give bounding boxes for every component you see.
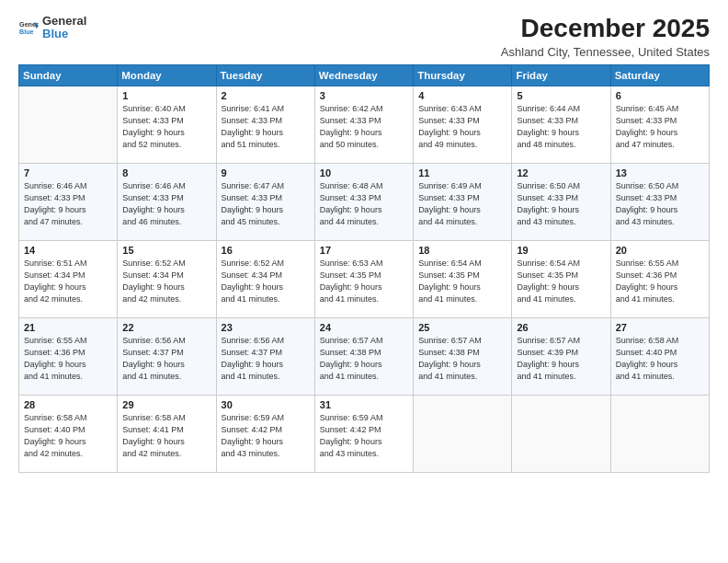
day-info: Sunrise: 6:52 AMSunset: 4:34 PMDaylight:… — [122, 258, 210, 305]
calendar-cell — [19, 86, 118, 163]
week-row-0: 1Sunrise: 6:40 AMSunset: 4:33 PMDaylight… — [19, 86, 710, 163]
week-row-4: 28Sunrise: 6:58 AMSunset: 4:40 PMDayligh… — [19, 395, 710, 472]
day-info: Sunrise: 6:54 AMSunset: 4:35 PMDaylight:… — [418, 258, 506, 305]
day-info: Sunrise: 6:47 AMSunset: 4:33 PMDaylight:… — [222, 180, 310, 228]
week-row-2: 14Sunrise: 6:51 AMSunset: 4:34 PMDayligh… — [19, 240, 710, 317]
logo: General Blue General Blue — [18, 15, 86, 41]
calendar-cell: 29Sunrise: 6:58 AMSunset: 4:41 PMDayligh… — [118, 395, 216, 472]
main-title: December 2025 — [501, 15, 710, 43]
day-info: Sunrise: 6:54 AMSunset: 4:35 PMDaylight:… — [517, 258, 605, 305]
calendar-cell: 1Sunrise: 6:40 AMSunset: 4:33 PMDaylight… — [118, 86, 216, 163]
calendar-cell: 26Sunrise: 6:57 AMSunset: 4:39 PMDayligh… — [512, 317, 610, 395]
col-header-saturday: Saturday — [610, 64, 709, 86]
day-number: 15 — [122, 245, 210, 256]
day-number: 26 — [517, 322, 605, 333]
day-number: 24 — [320, 322, 408, 333]
day-info: Sunrise: 6:56 AMSunset: 4:37 PMDaylight:… — [222, 335, 310, 383]
calendar-cell: 15Sunrise: 6:52 AMSunset: 4:34 PMDayligh… — [118, 240, 216, 317]
logo-text: General Blue — [42, 15, 86, 41]
calendar-cell: 30Sunrise: 6:59 AMSunset: 4:42 PMDayligh… — [216, 395, 314, 472]
col-header-tuesday: Tuesday — [216, 64, 314, 86]
day-number: 30 — [222, 399, 310, 410]
day-number: 3 — [320, 90, 408, 101]
day-number: 10 — [320, 167, 408, 178]
logo-icon: General Blue — [18, 17, 39, 38]
calendar-cell: 13Sunrise: 6:50 AMSunset: 4:33 PMDayligh… — [610, 163, 709, 240]
day-number: 16 — [222, 245, 310, 256]
day-info: Sunrise: 6:59 AMSunset: 4:42 PMDaylight:… — [320, 412, 408, 460]
day-number: 9 — [222, 167, 310, 178]
calendar-cell: 28Sunrise: 6:58 AMSunset: 4:40 PMDayligh… — [19, 395, 118, 472]
logo-blue: Blue — [42, 28, 86, 40]
calendar-cell: 12Sunrise: 6:50 AMSunset: 4:33 PMDayligh… — [512, 163, 610, 240]
day-number: 19 — [517, 245, 605, 256]
calendar-cell: 16Sunrise: 6:52 AMSunset: 4:34 PMDayligh… — [216, 240, 314, 317]
logo-general: General — [42, 15, 86, 28]
day-info: Sunrise: 6:57 AMSunset: 4:38 PMDaylight:… — [320, 335, 408, 383]
calendar-cell: 21Sunrise: 6:55 AMSunset: 4:36 PMDayligh… — [19, 317, 118, 395]
day-info: Sunrise: 6:55 AMSunset: 4:36 PMDaylight:… — [616, 258, 704, 305]
calendar-cell — [512, 395, 610, 472]
calendar-cell: 24Sunrise: 6:57 AMSunset: 4:38 PMDayligh… — [314, 317, 413, 395]
svg-text:Blue: Blue — [19, 29, 34, 36]
header: General Blue General Blue December 2025 … — [18, 15, 710, 59]
day-info: Sunrise: 6:58 AMSunset: 4:40 PMDaylight:… — [616, 335, 704, 383]
calendar-cell: 17Sunrise: 6:53 AMSunset: 4:35 PMDayligh… — [314, 240, 413, 317]
col-header-sunday: Sunday — [19, 64, 118, 86]
day-number: 6 — [616, 90, 704, 101]
day-info: Sunrise: 6:48 AMSunset: 4:33 PMDaylight:… — [320, 180, 408, 228]
day-number: 23 — [222, 322, 310, 333]
day-number: 4 — [418, 90, 506, 101]
day-number: 27 — [616, 322, 704, 333]
calendar-cell — [414, 395, 512, 472]
day-info: Sunrise: 6:55 AMSunset: 4:36 PMDaylight:… — [24, 335, 112, 383]
day-info: Sunrise: 6:44 AMSunset: 4:33 PMDaylight:… — [517, 103, 605, 151]
calendar-table: SundayMondayTuesdayWednesdayThursdayFrid… — [18, 64, 710, 473]
day-number: 8 — [122, 167, 210, 178]
calendar-header-row: SundayMondayTuesdayWednesdayThursdayFrid… — [19, 64, 710, 86]
col-header-friday: Friday — [512, 64, 610, 86]
day-info: Sunrise: 6:58 AMSunset: 4:41 PMDaylight:… — [122, 412, 210, 460]
day-info: Sunrise: 6:41 AMSunset: 4:33 PMDaylight:… — [222, 103, 310, 151]
calendar-cell — [610, 395, 709, 472]
calendar-cell: 4Sunrise: 6:43 AMSunset: 4:33 PMDaylight… — [414, 86, 512, 163]
calendar-cell: 10Sunrise: 6:48 AMSunset: 4:33 PMDayligh… — [314, 163, 413, 240]
calendar-cell: 20Sunrise: 6:55 AMSunset: 4:36 PMDayligh… — [610, 240, 709, 317]
calendar-cell: 19Sunrise: 6:54 AMSunset: 4:35 PMDayligh… — [512, 240, 610, 317]
day-info: Sunrise: 6:51 AMSunset: 4:34 PMDaylight:… — [24, 258, 112, 305]
day-number: 7 — [24, 167, 112, 178]
col-header-thursday: Thursday — [414, 64, 512, 86]
day-info: Sunrise: 6:57 AMSunset: 4:39 PMDaylight:… — [517, 335, 605, 383]
title-block: December 2025 Ashland City, Tennessee, U… — [501, 15, 710, 59]
day-number: 31 — [320, 399, 408, 410]
day-info: Sunrise: 6:58 AMSunset: 4:40 PMDaylight:… — [24, 412, 112, 460]
day-info: Sunrise: 6:46 AMSunset: 4:33 PMDaylight:… — [122, 180, 210, 228]
calendar-cell: 27Sunrise: 6:58 AMSunset: 4:40 PMDayligh… — [610, 317, 709, 395]
calendar-cell: 6Sunrise: 6:45 AMSunset: 4:33 PMDaylight… — [610, 86, 709, 163]
week-row-3: 21Sunrise: 6:55 AMSunset: 4:36 PMDayligh… — [19, 317, 710, 395]
calendar-cell: 3Sunrise: 6:42 AMSunset: 4:33 PMDaylight… — [314, 86, 413, 163]
day-info: Sunrise: 6:46 AMSunset: 4:33 PMDaylight:… — [24, 180, 112, 228]
calendar-cell: 7Sunrise: 6:46 AMSunset: 4:33 PMDaylight… — [19, 163, 118, 240]
day-info: Sunrise: 6:59 AMSunset: 4:42 PMDaylight:… — [222, 412, 310, 460]
day-number: 12 — [517, 167, 605, 178]
col-header-monday: Monday — [118, 64, 216, 86]
calendar-cell: 9Sunrise: 6:47 AMSunset: 4:33 PMDaylight… — [216, 163, 314, 240]
calendar-cell: 18Sunrise: 6:54 AMSunset: 4:35 PMDayligh… — [414, 240, 512, 317]
day-info: Sunrise: 6:50 AMSunset: 4:33 PMDaylight:… — [517, 180, 605, 228]
calendar-cell: 25Sunrise: 6:57 AMSunset: 4:38 PMDayligh… — [414, 317, 512, 395]
day-info: Sunrise: 6:43 AMSunset: 4:33 PMDaylight:… — [418, 103, 506, 151]
day-number: 13 — [616, 167, 704, 178]
calendar-cell: 14Sunrise: 6:51 AMSunset: 4:34 PMDayligh… — [19, 240, 118, 317]
week-row-1: 7Sunrise: 6:46 AMSunset: 4:33 PMDaylight… — [19, 163, 710, 240]
day-info: Sunrise: 6:42 AMSunset: 4:33 PMDaylight:… — [320, 103, 408, 151]
day-info: Sunrise: 6:40 AMSunset: 4:33 PMDaylight:… — [122, 103, 210, 151]
calendar-cell: 31Sunrise: 6:59 AMSunset: 4:42 PMDayligh… — [314, 395, 413, 472]
day-number: 18 — [418, 245, 506, 256]
calendar-cell: 5Sunrise: 6:44 AMSunset: 4:33 PMDaylight… — [512, 86, 610, 163]
day-info: Sunrise: 6:53 AMSunset: 4:35 PMDaylight:… — [320, 258, 408, 305]
day-info: Sunrise: 6:50 AMSunset: 4:33 PMDaylight:… — [616, 180, 704, 228]
calendar-cell: 22Sunrise: 6:56 AMSunset: 4:37 PMDayligh… — [118, 317, 216, 395]
day-number: 1 — [122, 90, 210, 101]
calendar-cell: 11Sunrise: 6:49 AMSunset: 4:33 PMDayligh… — [414, 163, 512, 240]
